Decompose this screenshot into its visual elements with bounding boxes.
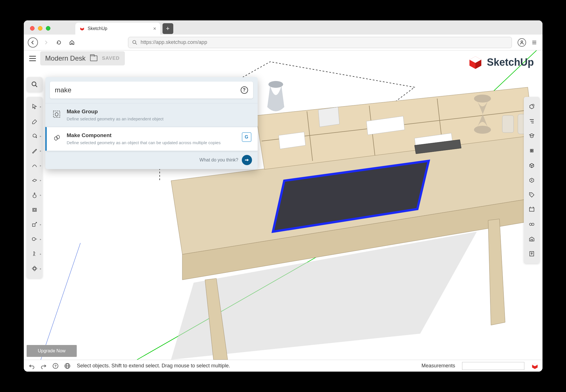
nav-reload-button[interactable]	[54, 37, 64, 48]
command-search-row: ?	[50, 82, 253, 99]
logo-text: SketchUp	[487, 56, 534, 68]
svg-rect-41	[32, 224, 35, 226]
svg-point-57	[531, 253, 532, 254]
svg-line-10	[41, 243, 80, 360]
panel-outliner[interactable]	[526, 115, 538, 127]
minimize-window-button[interactable]	[38, 26, 42, 31]
tool-pencil[interactable]: ▸	[28, 144, 41, 157]
search-result-make-component[interactable]: Make Component Define selected geometry …	[45, 127, 258, 151]
tool-push-pull[interactable]: ▸	[28, 189, 41, 201]
command-search-popover: ? Make Group Define selected geometry as…	[45, 77, 258, 169]
svg-point-45	[33, 266, 35, 271]
toolbar-search-button[interactable]	[27, 77, 42, 92]
upgrade-now-button[interactable]: Upgrade Now	[27, 345, 77, 357]
sketchup-logo: SketchUp	[467, 54, 534, 70]
tool-offset[interactable]	[28, 203, 41, 216]
tool-arc[interactable]: ▸	[28, 159, 41, 172]
result-title: Make Component	[67, 132, 237, 139]
browser-window: SketchUp × + https://app.sketchup.com/ap…	[24, 20, 542, 372]
result-desc: Define selected geometry as an object th…	[67, 140, 237, 146]
panel-3d-warehouse[interactable]	[526, 233, 538, 245]
right-toolbar	[524, 97, 540, 263]
help-icon[interactable]: ?	[241, 86, 248, 94]
tool-tape-measure[interactable]: ▸	[28, 233, 41, 245]
nav-home-button[interactable]	[67, 37, 77, 48]
undo-button[interactable]	[28, 362, 36, 370]
account-button[interactable]	[518, 38, 526, 47]
search-result-make-group[interactable]: Make Group Define selected geometry as a…	[45, 103, 258, 127]
left-toolbar: ▸ ▸ ▸ ▸ ▸ ▸ ▸	[27, 97, 42, 278]
tab-title: SketchUp	[88, 26, 150, 31]
feedback-row: What do you think?	[45, 151, 258, 169]
svg-point-51	[530, 194, 531, 195]
sketchup-favicon-icon	[79, 26, 85, 31]
svg-marker-23	[318, 107, 339, 127]
new-tab-button[interactable]: +	[163, 23, 173, 34]
tool-paint-bucket[interactable]: ▸	[28, 130, 41, 142]
file-name: Modern Desk	[45, 54, 86, 62]
close-window-button[interactable]	[30, 26, 35, 31]
panel-tags[interactable]	[526, 189, 538, 201]
panel-add-location[interactable]	[526, 248, 538, 260]
svg-point-54	[532, 223, 534, 225]
svg-point-2	[133, 40, 136, 43]
tool-walk[interactable]: ▸	[28, 248, 41, 260]
status-help-button[interactable]: ?	[52, 362, 59, 370]
nav-right	[518, 37, 539, 48]
result-desc: Define selected geometry as an independe…	[67, 116, 251, 122]
tool-orbit[interactable]: ▸	[28, 262, 41, 275]
search-icon	[31, 81, 38, 88]
panel-scenes[interactable]	[526, 203, 538, 216]
tool-move[interactable]: ▸	[28, 218, 41, 231]
maximize-window-button[interactable]	[46, 26, 50, 31]
app-menu-button[interactable]	[27, 52, 39, 64]
svg-rect-55	[531, 239, 533, 241]
svg-point-27	[474, 95, 491, 103]
panel-components[interactable]	[526, 144, 538, 157]
tool-eraser[interactable]	[28, 115, 41, 127]
make-component-icon	[52, 133, 62, 143]
redo-button[interactable]	[40, 362, 48, 370]
make-group-icon	[52, 109, 62, 119]
url-bar[interactable]: https://app.sketchup.com/app	[128, 37, 512, 48]
file-info-pill[interactable]: Modern Desk SAVED	[40, 51, 125, 65]
svg-point-4	[521, 41, 523, 42]
status-bar: ? Select objects. Shift to extend select…	[24, 360, 542, 372]
tool-select[interactable]: ▸	[28, 100, 41, 113]
tab-close-icon[interactable]: ×	[153, 26, 156, 32]
panel-instructor[interactable]	[526, 130, 538, 142]
language-button[interactable]	[63, 362, 71, 370]
svg-rect-52	[529, 208, 534, 211]
measurements-label: Measurements	[421, 363, 455, 369]
panel-styles[interactable]	[526, 174, 538, 186]
svg-point-36	[32, 82, 36, 86]
svg-rect-40	[33, 209, 35, 211]
browser-tab[interactable]: SketchUp ×	[75, 23, 160, 35]
tab-strip: SketchUp × +	[24, 20, 542, 35]
browser-menu-button[interactable]	[530, 37, 539, 48]
feedback-button[interactable]	[242, 155, 252, 165]
tool-rectangle[interactable]: ▸	[28, 174, 41, 186]
svg-marker-16	[488, 219, 505, 325]
command-search-input[interactable]	[55, 86, 241, 94]
svg-text:?: ?	[54, 364, 57, 368]
panel-materials[interactable]	[526, 159, 538, 172]
svg-point-43	[33, 252, 35, 253]
nav-forward-button[interactable]	[41, 37, 51, 48]
sketchup-logo-icon	[467, 54, 483, 70]
svg-point-46	[532, 104, 534, 106]
panel-entity-info[interactable]	[526, 100, 538, 113]
folder-icon	[90, 56, 97, 61]
nav-back-button[interactable]	[28, 37, 38, 48]
svg-point-53	[529, 223, 532, 225]
status-hint: Select objects. Shift to extend select. …	[77, 363, 418, 369]
window-controls	[24, 26, 55, 35]
result-title: Make Group	[67, 108, 251, 115]
result-shortcut-key: G	[242, 132, 251, 142]
measurements-input[interactable]	[462, 362, 524, 370]
feedback-prompt: What do you think?	[200, 157, 238, 163]
svg-point-44	[32, 267, 37, 269]
browser-nav-bar: https://app.sketchup.com/app	[24, 35, 542, 50]
svg-line-3	[135, 43, 137, 44]
panel-display[interactable]	[526, 218, 538, 231]
